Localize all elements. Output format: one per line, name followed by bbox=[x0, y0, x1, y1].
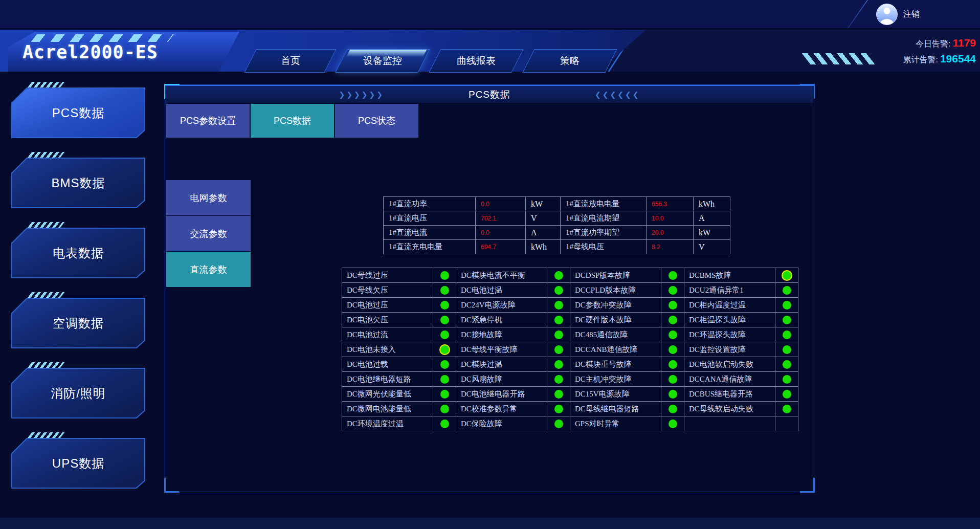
tab-label: PCS数据 bbox=[274, 115, 311, 127]
hazard-stripes-icon bbox=[801, 53, 876, 64]
measurement-lbl: 1#直流充电电量 bbox=[384, 240, 476, 254]
status-dot-cell bbox=[547, 387, 570, 402]
subtab-label: 电网参数 bbox=[190, 192, 227, 204]
status-row: DC电池过载DC模块过温DC模块重号故障DC电池软启动失败 bbox=[342, 357, 798, 372]
nav-tab-1[interactable]: 设备监控 bbox=[335, 49, 430, 73]
today-alarm-row: 今日告警:1179 bbox=[903, 35, 976, 51]
total-alarm-row: 累计告警:196544 bbox=[903, 51, 976, 67]
footer bbox=[0, 518, 980, 529]
avatar-body-shape bbox=[880, 19, 894, 25]
status-label: DC模块电流不平衡 bbox=[456, 268, 547, 283]
subtab-1[interactable]: 交流参数 bbox=[166, 216, 251, 251]
status-indicator-green-icon bbox=[669, 301, 677, 310]
measurement-val: 0.0 bbox=[476, 226, 526, 240]
measurement-row: 1#直流功率0.0kW1#直流放电电量656.3kWh bbox=[384, 197, 730, 211]
status-label: GPS对时异常 bbox=[570, 416, 661, 431]
status-dot-cell bbox=[661, 327, 684, 342]
status-dot-cell bbox=[433, 416, 456, 431]
status-indicator-green-icon bbox=[783, 390, 791, 399]
status-row: DC电池欠压DC紧急停机DC硬件版本故障DC柜温探头故障 bbox=[342, 313, 798, 327]
status-label: DC环温探头故障 bbox=[684, 327, 775, 342]
status-indicator-green-icon bbox=[669, 360, 677, 369]
measurement-lbl: 1#母线电压 bbox=[561, 240, 647, 254]
topbar-diagonal-divider bbox=[848, 0, 868, 28]
status-label: DC校准参数异常 bbox=[456, 402, 547, 416]
sidebar-item-1[interactable]: BMS数据 bbox=[11, 158, 145, 208]
status-indicator-green-icon bbox=[669, 330, 677, 339]
measurement-lbl: 1#直流功率 bbox=[384, 197, 476, 211]
status-dot-cell bbox=[547, 357, 570, 372]
nav-tab-0[interactable]: 首页 bbox=[244, 49, 336, 73]
status-label: DC风扇故障 bbox=[456, 372, 547, 387]
measurement-row: 1#直流电压702.1V1#直流电流期望10.0A bbox=[384, 211, 730, 226]
status-dot-cell bbox=[547, 372, 570, 387]
status-indicator-green-icon bbox=[440, 330, 449, 339]
measurement-val: 8.2 bbox=[647, 240, 694, 254]
hazard-stripes-icon bbox=[31, 34, 174, 42]
tab-2[interactable]: PCS状态 bbox=[335, 104, 418, 138]
status-label: DC母线欠压 bbox=[342, 283, 433, 298]
status-dot-cell bbox=[547, 342, 570, 357]
status-dot-cell bbox=[775, 387, 798, 402]
sidebar-item-0[interactable]: PCS数据 bbox=[11, 87, 145, 138]
status-label: DC电池继电器开路 bbox=[456, 387, 547, 402]
logout-button[interactable]: 注销 bbox=[876, 4, 920, 25]
total-alarm-count: 196544 bbox=[940, 53, 976, 64]
status-row: DC母线过压DC模块电流不平衡DCDSP版本故障DCBMS故障 bbox=[342, 268, 798, 283]
status-row: DC微网电池能量低DC校准参数异常DC母线继电器短路DC母线软启动失败 bbox=[342, 402, 798, 416]
header: Acrel2000-ES 首页设备监控曲线报表策略 今日告警:1179 累计告警… bbox=[0, 30, 980, 72]
sidebar-item-body: 消防/照明 bbox=[12, 369, 144, 417]
measurement-val: 656.3 bbox=[647, 197, 694, 211]
status-row: DC电池继电器短路DC风扇故障DC主机冲突故障DCCANA通信故障 bbox=[342, 372, 798, 387]
status-indicator-green-icon bbox=[554, 345, 563, 354]
sidebar-item-2[interactable]: 电表数据 bbox=[11, 228, 145, 278]
status-dot-cell bbox=[775, 283, 798, 298]
status-dot-cell bbox=[661, 298, 684, 313]
status-row: DC电池过压DC24V电源故障DC参数冲突故障DC柜内温度过温 bbox=[342, 298, 798, 313]
hazard-stripes-icon bbox=[28, 82, 65, 87]
status-dot-cell bbox=[775, 298, 798, 313]
status-row: DC电池未接入DC母线平衡故障DCCANB通信故障DC监控设置故障 bbox=[342, 342, 798, 357]
sidebar-item-label: 电表数据 bbox=[53, 245, 104, 261]
sidebar-item-body: BMS数据 bbox=[12, 159, 144, 207]
subtab-0[interactable]: 电网参数 bbox=[166, 180, 251, 215]
status-dot-cell bbox=[775, 416, 798, 431]
status-dot-cell bbox=[433, 298, 456, 313]
status-dot-cell bbox=[661, 283, 684, 298]
corner-bracket-icon bbox=[164, 478, 179, 493]
status-label bbox=[684, 416, 775, 431]
sidebar-item-label: 空调数据 bbox=[53, 315, 104, 332]
status-dot-cell bbox=[433, 313, 456, 327]
status-indicator-green-icon bbox=[440, 301, 449, 310]
status-label: DC柜内温度过温 bbox=[684, 298, 775, 313]
status-label: DC微网光伏能量低 bbox=[342, 387, 433, 402]
sidebar-item-5[interactable]: UPS数据 bbox=[11, 438, 145, 489]
nav-tab-2[interactable]: 曲线报表 bbox=[429, 49, 523, 73]
subtab-2[interactable]: 直流参数 bbox=[166, 252, 251, 287]
status-dot-cell bbox=[433, 387, 456, 402]
status-indicator-green-icon bbox=[440, 271, 449, 280]
tab-0[interactable]: PCS参数设置 bbox=[166, 104, 250, 138]
measurement-row: 1#直流电流0.0A1#直流功率期望20.0kW bbox=[384, 226, 730, 240]
dc-status-table: DC母线过压DC模块电流不平衡DCDSP版本故障DCBMS故障DC母线欠压DC电… bbox=[342, 268, 798, 431]
status-indicator-green-ring-icon bbox=[440, 345, 449, 354]
status-dot-cell bbox=[775, 402, 798, 416]
status-indicator-green-icon bbox=[554, 271, 563, 280]
status-row: DC微网光伏能量低DC电池继电器开路DC15V电源故障DCBUS继电器开路 bbox=[342, 387, 798, 402]
today-alarm-label: 今日告警: bbox=[916, 39, 950, 48]
status-indicator-green-icon bbox=[554, 390, 563, 399]
sidebar-item-4[interactable]: 消防/照明 bbox=[11, 368, 145, 418]
status-label: DC接地故障 bbox=[456, 327, 547, 342]
main-nav: 首页设备监控曲线报表策略 bbox=[250, 49, 611, 72]
sidebar-item-3[interactable]: 空调数据 bbox=[11, 298, 145, 348]
hazard-stripes-icon bbox=[28, 222, 65, 228]
sidebar-item-label: UPS数据 bbox=[52, 455, 104, 472]
status-label: DC母线继电器短路 bbox=[570, 402, 661, 416]
chevrons-right-icon: ❯❯❯❯❯❯ bbox=[339, 91, 384, 99]
subtab-label: 直流参数 bbox=[190, 263, 227, 276]
hazard-stripes-icon bbox=[28, 432, 65, 438]
nav-tab-3[interactable]: 策略 bbox=[522, 49, 617, 73]
avatar-head-shape bbox=[884, 8, 890, 14]
tab-1[interactable]: PCS数据 bbox=[251, 104, 334, 138]
status-label: DC电池软启动失败 bbox=[684, 357, 775, 372]
